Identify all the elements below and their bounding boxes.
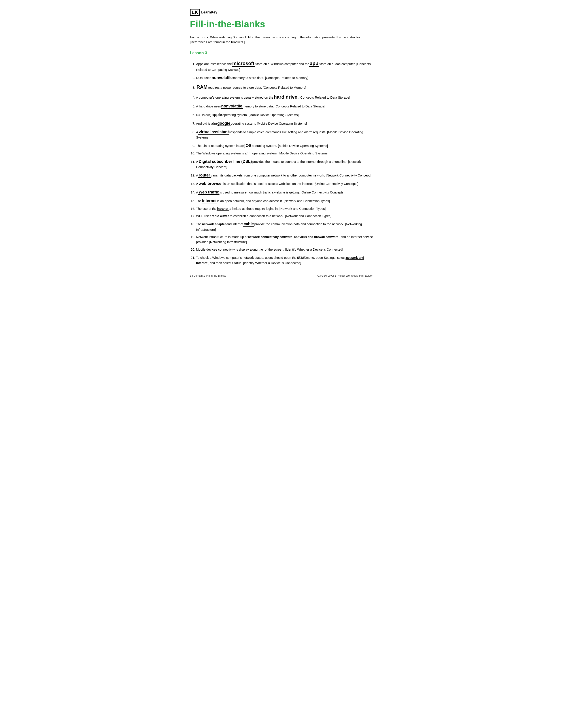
question-item-2: ROM usesnonvolatilememory to store data.… (196, 75, 373, 81)
answer: Digital subscriber line (DSL) (198, 159, 252, 164)
footer-right: IC3 GS6 Level 1 Project Workbook, First … (317, 274, 373, 278)
question-text: Android is a(n) (196, 122, 217, 125)
question-item-10: The Windows operating system is a(n)_ope… (196, 151, 373, 156)
question-item-1: Apps are installed via themicrosoftStore… (196, 60, 373, 72)
question-item-14: AWeb trafficis used to measure how much … (196, 189, 373, 195)
question-item-4: A computer's operating system is usually… (196, 93, 373, 101)
answer: virtual assistant (198, 130, 229, 135)
logo-lk: LK (190, 9, 200, 16)
answer: microsoft (232, 61, 255, 67)
question-text: iOS is a(n) (196, 113, 211, 117)
question-text: is limited as these require logins in. [… (229, 207, 326, 210)
answer: internet (201, 199, 217, 203)
question-item-15: Theinternetis an open network, and anyon… (196, 198, 373, 204)
question-text: Network infrastructure is made up of (196, 235, 247, 239)
question-item-8: Avirtual assistantresponds to simple voi… (196, 129, 373, 140)
question-text: is used to measure how much traffic a we… (219, 191, 345, 194)
page-title: Fill-in-the-Blanks (190, 17, 373, 31)
questions-list: Apps are installed via themicrosoftStore… (190, 60, 373, 266)
question-item-21: To check a Windows computer's network st… (196, 254, 373, 266)
instructions-text: While watching Domain 1, fill in the mis… (190, 36, 361, 44)
question-item-5: A hard drive usesnonvolatilememory to st… (196, 103, 373, 109)
question-text: ROM uses (196, 76, 211, 80)
question-item-16: The use of theintranetis limited as thes… (196, 206, 373, 211)
question-text: menu, open Settings, select (306, 256, 346, 259)
question-text: A (196, 130, 198, 134)
answer: Web traffic (198, 190, 220, 195)
answer: network connectivity software (247, 235, 293, 239)
question-item-20: Mobile devices connectivity is display a… (196, 247, 373, 252)
question-text: operating system. [Mobile Device Operati… (222, 113, 299, 117)
question-item-3: RAMrequires a power source to store data… (196, 83, 373, 91)
question-text: is an open network, and anyone can acces… (217, 199, 330, 203)
question-text: , and then select Status. [Identify Whet… (208, 261, 301, 265)
question-text: Store on a Windows computer and the (255, 62, 309, 66)
question-text: The Windows operating system is a(n)_ope… (196, 152, 329, 155)
answer: web browser (198, 181, 223, 186)
question-text: Wi-Fi uses (196, 214, 211, 218)
question-text: A (196, 191, 198, 194)
question-text: operating system. [Mobile Device Operati… (252, 144, 328, 148)
answer: antivirus and firewall software (294, 235, 339, 239)
question-text: operating system. [Mobile Device Operati… (231, 122, 307, 125)
answer: apple (211, 113, 222, 117)
answer: start (297, 255, 306, 260)
question-item-6: iOS is a(n)appleoperating system. [Mobil… (196, 112, 373, 118)
question-item-7: Android is a(n)googleoperating system. [… (196, 120, 373, 127)
question-text: Mobile devices connectivity is display a… (196, 248, 343, 251)
question-text: and internet (226, 222, 243, 226)
question-text: The Linux operating system is a(n) (196, 144, 245, 148)
question-item-12: Aroutertransmits data packets from one c… (196, 172, 373, 178)
footer: 1 | Domain 1: Fill-in-the-Blanks IC3 GS6… (190, 274, 373, 278)
question-item-11: ADigital subscriber line (DSL)provides t… (196, 158, 373, 170)
question-text: Apps are installed via the (196, 62, 232, 66)
question-text: The (196, 199, 201, 203)
question-item-13: Aweb browseris an application that is us… (196, 180, 373, 187)
question-item-9: The Linux operating system is a(n)OSoper… (196, 143, 373, 149)
answer: nonvolatile (221, 104, 242, 109)
question-text: A computer's operating system is usually… (196, 96, 273, 99)
question-text: memory to store data. [Concepts Related … (242, 105, 325, 108)
answer: cable (243, 222, 254, 227)
question-item-18: Thenetwork adapterand internetcableprovi… (196, 221, 373, 232)
answer: RAM (196, 84, 208, 90)
answer: network adapter (201, 222, 226, 226)
lesson-title: Lesson 3 (190, 50, 373, 56)
question-text: memory to store data. [Concepts Related … (233, 76, 309, 80)
question-text: . [Concepts Related to Data Storage] (298, 96, 350, 99)
logo-brand: LearnKey (201, 10, 217, 15)
instructions: Instructions: While watching Domain 1, f… (190, 35, 373, 45)
question-text: A (196, 174, 198, 177)
answer: radio waves (211, 214, 229, 218)
question-text: requires a power source to store data. [… (208, 86, 306, 89)
question-text: A (196, 160, 198, 163)
question-text: A hard drive uses (196, 105, 221, 108)
question-text: is an application that is used to access… (223, 182, 358, 186)
question-text: The use of the (196, 207, 216, 210)
question-item-19: Network infrastructure is made up ofnetw… (196, 235, 373, 245)
answer: app (309, 61, 319, 67)
answer: router (198, 173, 211, 178)
logo: LK LearnKey (190, 9, 373, 16)
question-text: To check a Windows computer's network st… (196, 256, 297, 259)
answer: OS (245, 143, 252, 148)
question-item-17: Wi-Fi usesradio wavesto establish a conn… (196, 214, 373, 219)
question-text: to establish a connection to a network. … (230, 214, 332, 218)
answer: google (217, 121, 231, 126)
footer-left: 1 | Domain 1: Fill-in-the-Blanks (190, 274, 226, 278)
question-text: A (196, 182, 198, 186)
answer: intranet (216, 207, 229, 211)
instructions-bold: Instructions: (190, 36, 209, 39)
answer: hard drive (273, 94, 298, 100)
question-text: The (196, 222, 201, 226)
answer: nonvolatile (211, 75, 233, 80)
question-text: transmits data packets from one computer… (211, 174, 371, 177)
